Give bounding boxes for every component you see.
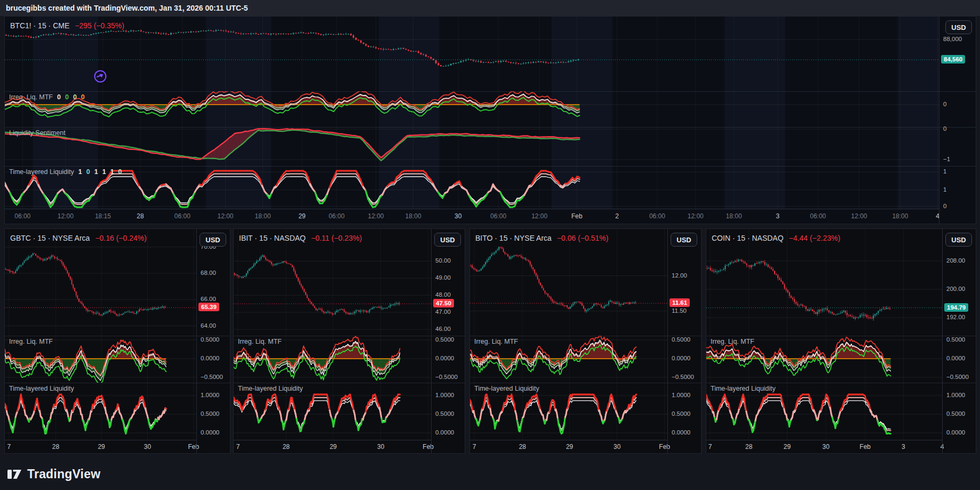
replay-arrow-icon[interactable]: [93, 69, 107, 85]
time-axis[interactable]: 7282930Feb34: [706, 440, 943, 453]
time-tick: 30: [144, 440, 151, 453]
symbol-title[interactable]: GBTC · 15 · NYSE Arca: [10, 234, 90, 242]
time-tick: Feb: [571, 209, 583, 224]
axis-label: −0.5000: [672, 374, 694, 380]
tradingview-logo[interactable]: TradingView: [6, 462, 100, 486]
indicator-title: Time-layered Liquidity: [238, 385, 303, 392]
time-tick: 18:00: [726, 209, 742, 224]
indicator-value: 1: [94, 168, 98, 176]
indicator-label-mtf[interactable]: Irreg. Liq. MTF: [711, 338, 754, 345]
time-tick: 28: [283, 440, 290, 453]
chart-legend[interactable]: COIN · 15 · NASDAQ−4.44 (−2.23%): [712, 234, 840, 242]
chart-panes: [5, 17, 976, 224]
axis-label: −0.5000: [946, 374, 969, 380]
indicator-label-mtf[interactable]: Irreg. Liq. MTF: [9, 338, 53, 345]
price-axis[interactable]: USD 208.00200.00192.00194.790.50000.0000…: [942, 229, 976, 453]
pane-tll: [5, 166, 939, 210]
axis-label: 1.0000: [201, 392, 219, 398]
change-value: −0.06 (−0.51%): [557, 234, 609, 242]
time-axis[interactable]: 7282930Feb: [234, 440, 432, 453]
currency-button[interactable]: USD: [434, 233, 461, 247]
chart-legend[interactable]: GBTC · 15 · NYSE Arca−0.16 (−0.24%): [10, 234, 147, 242]
time-axis[interactable]: 06:0012:0018:152806:0012:0018:002906:001…: [5, 209, 939, 224]
change-value: −295 (−0.35%): [75, 21, 124, 30]
axis-label: 0.0000: [435, 429, 454, 436]
axis-label: 192.00: [946, 314, 965, 320]
chart-panel: COIN · 15 · NASDAQ−4.44 (−2.23%) USD 208…: [706, 228, 976, 454]
time-tick: 12:00: [531, 209, 547, 224]
chart-legend[interactable]: BTC1! · 15 · CME−295 (−0.35%): [10, 21, 124, 30]
axis-label: 208.00: [946, 257, 965, 264]
price-axis[interactable]: USD 88,00084,56000−1110: [939, 17, 976, 224]
last-price-badge: 47.50: [433, 299, 454, 307]
symbol-title[interactable]: COIN · 15 · NASDAQ: [712, 234, 784, 242]
axis-label: 11.50: [672, 307, 687, 314]
indicator-label-tll[interactable]: Time-layered Liquidity: [9, 385, 74, 392]
indicator-value: 0: [118, 168, 122, 176]
axis-label: 48.00: [435, 291, 451, 298]
pane-mtf: [5, 91, 939, 127]
attribution-text: brucegibbs created with TradingView.com,…: [6, 4, 248, 12]
time-tick: 12:00: [217, 209, 233, 224]
indicator-title: Time-layered Liquidity: [9, 168, 74, 176]
chart-panel: BTC1! · 15 · CME−295 (−0.35%) USD 88,000…: [4, 16, 976, 224]
time-tick: 28: [52, 440, 59, 453]
symbol-title[interactable]: IBIT · 15 · NASDAQ: [239, 234, 306, 242]
indicator-label-tll[interactable]: Time-layered Liquidity: [711, 385, 776, 392]
chart-legend[interactable]: BITO · 15 · NYSE Arca−0.06 (−0.51%): [475, 234, 608, 242]
chart-panel: BITO · 15 · NYSE Arca−0.06 (−0.51%) USD …: [469, 228, 702, 454]
indicator-value: 0: [86, 168, 90, 176]
axis-label: 1.0000: [946, 392, 965, 398]
time-axis[interactable]: 7282930Feb: [470, 440, 668, 453]
time-tick: 18:00: [892, 209, 908, 224]
time-tick: 06:00: [174, 209, 190, 224]
time-tick: 18:15: [95, 209, 111, 224]
axis-label: 50.00: [435, 257, 451, 264]
axis-label: 46.00: [435, 326, 451, 332]
axis-label: 1: [943, 168, 946, 175]
time-tick: 30: [822, 440, 829, 453]
time-axis[interactable]: 7282930Feb: [5, 440, 197, 453]
price-axis[interactable]: USD 50.0049.0048.0047.0046.0047.500.5000…: [431, 229, 465, 453]
indicator-label-tll[interactable]: Time-layered Liquidity: [474, 385, 539, 392]
indicator-label-mtf[interactable]: Irreg. Liq. MTF0000: [9, 93, 85, 101]
price-axis[interactable]: USD 12.0011.5011.610.50000.0000−0.50001.…: [667, 229, 701, 453]
time-tick: 29: [566, 440, 573, 453]
time-tick: 30: [377, 440, 384, 453]
axis-label: 0.0000: [946, 429, 965, 436]
price-axis[interactable]: USD 70.0068.0066.0064.0065.390.50000.000…: [196, 229, 230, 453]
chart-legend[interactable]: IBIT · 15 · NASDAQ−0.11 (−0.23%): [239, 234, 362, 242]
axis-label: 0.0000: [201, 429, 219, 436]
time-tick: 18:00: [405, 209, 421, 224]
axis-label: −0.5000: [201, 374, 223, 380]
time-tick: 3: [776, 209, 780, 224]
pane-price: [706, 229, 943, 336]
time-tick: 7: [473, 440, 476, 453]
indicator-title: Irreg. Liq. MTF: [9, 93, 53, 101]
indicator-label-tll[interactable]: Time-layered Liquidity: [238, 385, 303, 392]
time-tick: 06:00: [329, 209, 345, 224]
symbol-title[interactable]: BTC1! · 15 · CME: [10, 21, 69, 30]
change-value: −0.16 (−0.24%): [95, 234, 147, 242]
indicator-label-mtf[interactable]: Irreg. Liq. MTF: [238, 338, 282, 345]
change-value: −0.11 (−0.23%): [311, 234, 362, 242]
indicator-label-mtf[interactable]: Irreg. Liq. MTF: [474, 338, 518, 345]
indicator-value: 0: [65, 93, 69, 101]
time-tick: 12:00: [58, 209, 74, 224]
axis-label: 88,000: [943, 36, 962, 42]
axis-label: 0.5000: [435, 336, 454, 343]
pane-price: [234, 229, 432, 336]
currency-button[interactable]: USD: [200, 233, 226, 247]
pane-price: [470, 229, 668, 336]
chart-panel: IBIT · 15 · NASDAQ−0.11 (−0.23%) USD 50.…: [233, 228, 465, 454]
symbol-title[interactable]: BITO · 15 · NYSE Arca: [475, 234, 552, 242]
currency-button[interactable]: USD: [945, 20, 972, 34]
axis-label: 0: [943, 125, 946, 132]
pane-price: [5, 229, 197, 336]
indicator-label-sentiment[interactable]: Liquidity Sentiment: [9, 129, 66, 137]
indicator-title: Irreg. Liq. MTF: [711, 338, 754, 345]
currency-button[interactable]: USD: [671, 233, 697, 247]
attribution-bar: brucegibbs created with TradingView.com,…: [0, 0, 980, 16]
currency-button[interactable]: USD: [945, 233, 972, 247]
indicator-label-tll[interactable]: Time-layered Liquidity101110: [9, 168, 122, 176]
